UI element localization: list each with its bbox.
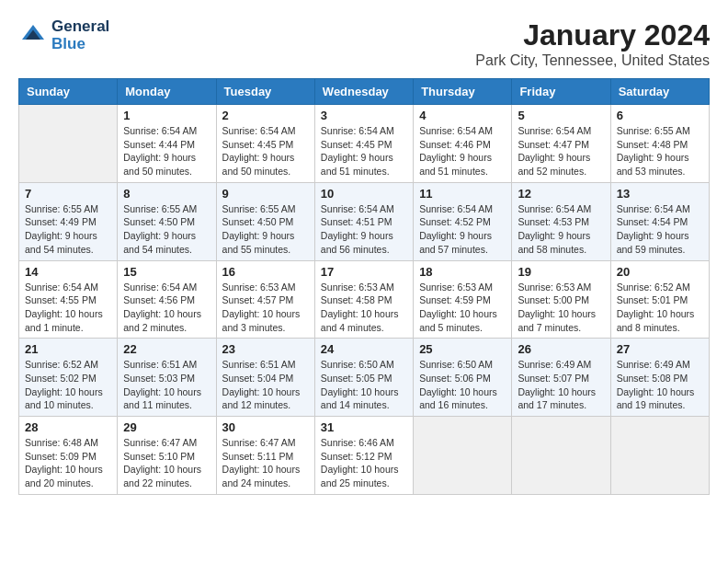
day-header-tuesday: Tuesday [216,79,314,105]
day-number: 25 [419,342,506,356]
day-number: 31 [321,420,407,434]
day-info: Sunrise: 6:48 AM Sunset: 5:09 PM Dayligh… [25,436,111,490]
day-info: Sunrise: 6:54 AM Sunset: 4:44 PM Dayligh… [123,124,210,178]
day-number: 4 [419,109,506,122]
day-number: 7 [25,187,111,201]
day-number: 11 [419,187,506,201]
day-info: Sunrise: 6:46 AM Sunset: 5:12 PM Dayligh… [321,436,407,490]
calendar-cell: 3Sunrise: 6:54 AM Sunset: 4:45 PM Daylig… [314,105,413,183]
day-info: Sunrise: 6:55 AM Sunset: 4:50 PM Dayligh… [123,202,210,257]
day-header-wednesday: Wednesday [314,79,413,105]
day-number: 6 [617,109,703,122]
calendar-cell: 28Sunrise: 6:48 AM Sunset: 5:09 PM Dayli… [19,417,118,495]
calendar-cell: 24Sunrise: 6:50 AM Sunset: 5:05 PM Dayli… [314,339,413,417]
day-header-saturday: Saturday [610,79,709,105]
calendar-cell: 8Sunrise: 6:55 AM Sunset: 4:50 PM Daylig… [118,182,216,260]
calendar-cell: 23Sunrise: 6:51 AM Sunset: 5:04 PM Dayli… [216,339,314,417]
day-header-sunday: Sunday [19,79,118,105]
day-number: 18 [419,265,506,279]
calendar-cell: 9Sunrise: 6:55 AM Sunset: 4:50 PM Daylig… [216,182,314,260]
day-number: 19 [518,265,604,279]
day-info: Sunrise: 6:53 AM Sunset: 4:59 PM Dayligh… [419,281,506,335]
day-number: 12 [518,187,604,201]
calendar-cell [512,417,610,495]
day-info: Sunrise: 6:53 AM Sunset: 4:57 PM Dayligh… [222,281,309,335]
day-number: 13 [617,187,703,201]
day-number: 29 [123,420,210,434]
day-info: Sunrise: 6:54 AM Sunset: 4:45 PM Dayligh… [321,124,407,178]
day-info: Sunrise: 6:52 AM Sunset: 5:02 PM Dayligh… [25,358,111,412]
calendar-cell: 22Sunrise: 6:51 AM Sunset: 5:03 PM Dayli… [118,339,216,417]
day-number: 30 [222,420,309,434]
calendar-cell [19,105,118,183]
day-info: Sunrise: 6:54 AM Sunset: 4:56 PM Dayligh… [123,281,210,335]
day-header-monday: Monday [118,79,216,105]
day-info: Sunrise: 6:51 AM Sunset: 5:03 PM Dayligh… [123,358,210,412]
calendar-cell: 14Sunrise: 6:54 AM Sunset: 4:55 PM Dayli… [19,260,118,339]
logo-icon [18,21,48,51]
calendar-body: 1Sunrise: 6:54 AM Sunset: 4:44 PM Daylig… [19,105,710,495]
day-number: 20 [617,265,703,279]
day-info: Sunrise: 6:54 AM Sunset: 4:45 PM Dayligh… [222,124,309,178]
calendar-cell: 29Sunrise: 6:47 AM Sunset: 5:10 PM Dayli… [118,417,216,495]
day-info: Sunrise: 6:54 AM Sunset: 4:46 PM Dayligh… [419,124,506,178]
day-number: 16 [222,265,309,279]
calendar-cell: 27Sunrise: 6:49 AM Sunset: 5:08 PM Dayli… [610,339,709,417]
calendar-table: SundayMondayTuesdayWednesdayThursdayFrid… [18,78,710,495]
calendar-cell [414,417,512,495]
day-header-thursday: Thursday [414,79,512,105]
day-info: Sunrise: 6:55 AM Sunset: 4:48 PM Dayligh… [617,124,703,178]
day-number: 26 [518,342,604,356]
day-info: Sunrise: 6:53 AM Sunset: 5:00 PM Dayligh… [518,281,604,335]
days-header-row: SundayMondayTuesdayWednesdayThursdayFrid… [19,79,710,105]
day-number: 15 [123,265,210,279]
calendar-cell: 17Sunrise: 6:53 AM Sunset: 4:58 PM Dayli… [314,260,413,339]
calendar-cell: 12Sunrise: 6:54 AM Sunset: 4:53 PM Dayli… [512,182,610,260]
day-info: Sunrise: 6:49 AM Sunset: 5:08 PM Dayligh… [617,358,703,412]
day-number: 1 [123,109,210,122]
day-info: Sunrise: 6:55 AM Sunset: 4:50 PM Dayligh… [222,202,309,257]
day-info: Sunrise: 6:51 AM Sunset: 5:04 PM Dayligh… [222,358,309,412]
day-number: 5 [518,109,604,122]
day-number: 14 [25,265,111,279]
calendar-cell: 6Sunrise: 6:55 AM Sunset: 4:48 PM Daylig… [610,105,709,183]
logo: General Blue [18,18,109,52]
day-header-friday: Friday [512,79,610,105]
calendar-week-1: 1Sunrise: 6:54 AM Sunset: 4:44 PM Daylig… [19,105,710,183]
title-block: January 2024 Park City, Tennessee, Unite… [475,18,710,69]
day-info: Sunrise: 6:54 AM Sunset: 4:54 PM Dayligh… [617,202,703,257]
day-number: 9 [222,187,309,201]
day-number: 2 [222,109,309,122]
calendar-cell: 18Sunrise: 6:53 AM Sunset: 4:59 PM Dayli… [414,260,512,339]
location-subtitle: Park City, Tennessee, United States [475,52,710,69]
calendar-week-5: 28Sunrise: 6:48 AM Sunset: 5:09 PM Dayli… [19,417,710,495]
calendar-cell: 26Sunrise: 6:49 AM Sunset: 5:07 PM Dayli… [512,339,610,417]
day-info: Sunrise: 6:54 AM Sunset: 4:51 PM Dayligh… [321,202,407,257]
day-number: 28 [25,420,111,434]
day-number: 21 [25,342,111,356]
day-info: Sunrise: 6:50 AM Sunset: 5:05 PM Dayligh… [321,358,407,412]
calendar-cell: 25Sunrise: 6:50 AM Sunset: 5:06 PM Dayli… [414,339,512,417]
day-number: 3 [321,109,407,122]
calendar-cell: 1Sunrise: 6:54 AM Sunset: 4:44 PM Daylig… [118,105,216,183]
day-number: 27 [617,342,703,356]
calendar-cell: 2Sunrise: 6:54 AM Sunset: 4:45 PM Daylig… [216,105,314,183]
day-number: 10 [321,187,407,201]
day-info: Sunrise: 6:54 AM Sunset: 4:53 PM Dayligh… [518,202,604,257]
day-info: Sunrise: 6:49 AM Sunset: 5:07 PM Dayligh… [518,358,604,412]
day-info: Sunrise: 6:54 AM Sunset: 4:55 PM Dayligh… [25,281,111,335]
day-number: 22 [123,342,210,356]
logo-text: General Blue [51,18,109,52]
day-number: 23 [222,342,309,356]
calendar-cell [610,417,709,495]
calendar-cell: 13Sunrise: 6:54 AM Sunset: 4:54 PM Dayli… [610,182,709,260]
day-info: Sunrise: 6:54 AM Sunset: 4:47 PM Dayligh… [518,124,604,178]
calendar-week-3: 14Sunrise: 6:54 AM Sunset: 4:55 PM Dayli… [19,260,710,339]
calendar-cell: 21Sunrise: 6:52 AM Sunset: 5:02 PM Dayli… [19,339,118,417]
day-info: Sunrise: 6:53 AM Sunset: 4:58 PM Dayligh… [321,281,407,335]
day-info: Sunrise: 6:55 AM Sunset: 4:49 PM Dayligh… [25,202,111,257]
day-info: Sunrise: 6:50 AM Sunset: 5:06 PM Dayligh… [419,358,506,412]
calendar-cell: 10Sunrise: 6:54 AM Sunset: 4:51 PM Dayli… [314,182,413,260]
calendar-cell: 15Sunrise: 6:54 AM Sunset: 4:56 PM Dayli… [118,260,216,339]
calendar-cell: 7Sunrise: 6:55 AM Sunset: 4:49 PM Daylig… [19,182,118,260]
